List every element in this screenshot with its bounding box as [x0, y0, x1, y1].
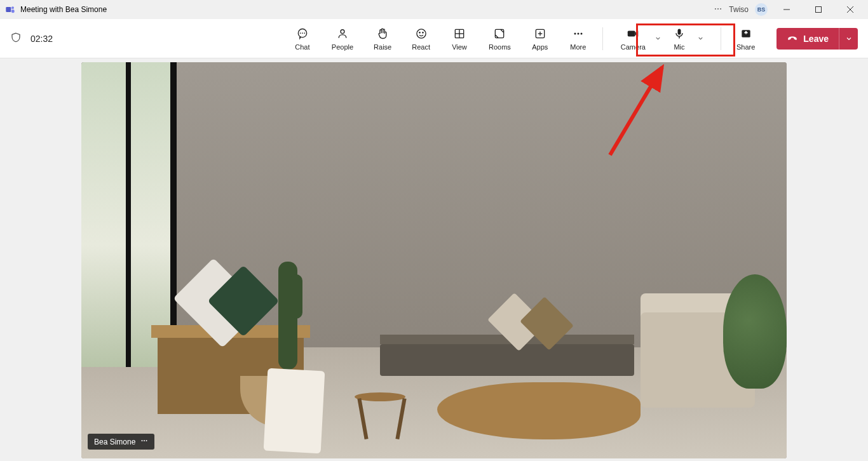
mic-button[interactable]: Mic [665, 24, 693, 53]
share-icon [740, 27, 752, 41]
svg-point-3 [715, 8, 716, 9]
camera-options-chevron[interactable] [651, 33, 665, 44]
chat-button[interactable]: Chat [288, 24, 316, 53]
camera-button[interactable]: Camera [616, 24, 651, 53]
rooms-icon [493, 27, 506, 41]
react-icon [415, 27, 428, 41]
mic-options-chevron[interactable] [693, 33, 708, 44]
svg-point-12 [417, 29, 426, 37]
minimize-button[interactable] [774, 1, 799, 18]
react-button[interactable]: React [407, 24, 435, 53]
leave-button[interactable]: Leave [776, 28, 839, 50]
svg-point-5 [720, 8, 721, 9]
hangup-icon [787, 32, 798, 45]
svg-rect-25 [628, 30, 635, 36]
people-icon [336, 27, 349, 41]
svg-rect-7 [816, 7, 822, 13]
close-window-button[interactable] [837, 1, 863, 18]
participant-more-icon[interactable] [140, 437, 148, 446]
camera-icon [626, 27, 640, 41]
raise-hand-button[interactable]: Raise [369, 24, 397, 53]
user-name-label: Twiso [729, 5, 749, 14]
video-area: Bea Simone [0, 58, 868, 461]
svg-rect-26 [677, 29, 681, 34]
svg-point-30 [146, 440, 147, 441]
rooms-button[interactable]: Rooms [484, 24, 516, 53]
svg-rect-18 [496, 29, 504, 37]
meeting-title: Meeting with Bea Simone [20, 5, 107, 14]
svg-point-24 [580, 32, 582, 34]
svg-point-22 [574, 32, 576, 34]
apps-button[interactable]: Apps [526, 24, 554, 53]
teams-logo-icon [5, 4, 15, 15]
chat-icon [296, 27, 309, 41]
meeting-timer: 02:32 [31, 34, 53, 44]
apps-icon [534, 27, 546, 41]
participant-video[interactable]: Bea Simone [81, 62, 787, 458]
svg-point-14 [422, 32, 423, 32]
more-button[interactable]: More [564, 24, 592, 53]
leave-options-chevron[interactable] [839, 28, 858, 50]
participant-name-overlay[interactable]: Bea Simone [88, 434, 154, 450]
svg-point-13 [419, 32, 419, 32]
raise-hand-icon [376, 27, 389, 41]
meeting-toolbar: 02:32 Chat People Raise React [0, 19, 868, 58]
svg-rect-2 [11, 10, 15, 13]
user-avatar[interactable]: BS [755, 3, 768, 16]
svg-point-28 [142, 440, 143, 441]
mic-icon [673, 27, 686, 41]
svg-point-23 [577, 32, 579, 34]
svg-point-1 [11, 6, 14, 9]
share-button[interactable]: Share [731, 24, 760, 53]
titlebar: Meeting with Bea Simone Twiso BS [0, 0, 868, 19]
svg-point-4 [717, 8, 719, 9]
people-button[interactable]: People [327, 24, 358, 53]
svg-point-11 [341, 29, 344, 33]
svg-rect-0 [6, 7, 11, 12]
svg-point-29 [144, 440, 145, 441]
titlebar-more-icon[interactable] [714, 4, 722, 15]
maximize-button[interactable] [806, 1, 831, 18]
participant-name-label: Bea Simone [94, 438, 135, 446]
view-button[interactable]: View [445, 24, 473, 53]
more-icon [572, 27, 585, 41]
shield-icon[interactable] [10, 32, 22, 46]
view-icon [453, 27, 466, 41]
